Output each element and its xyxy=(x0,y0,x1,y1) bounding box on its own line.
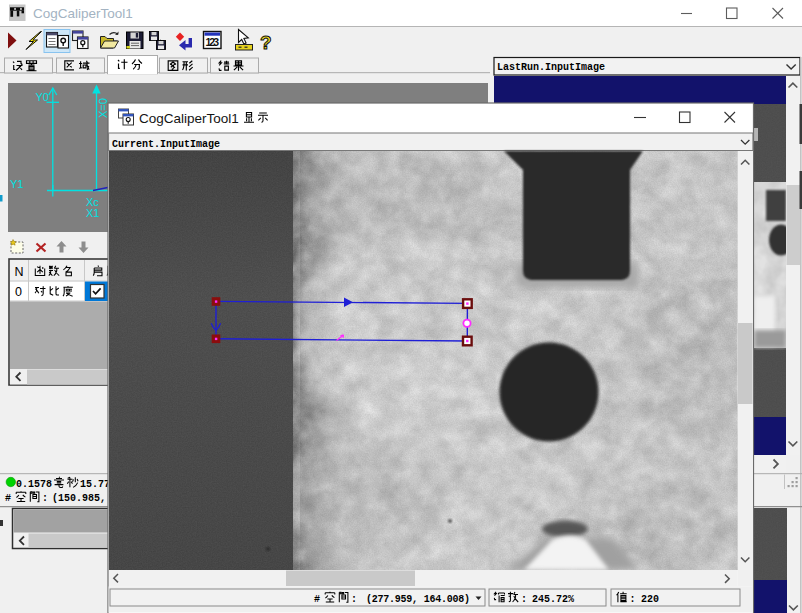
svg-text:LastRun.InputImage: LastRun.InputImage xyxy=(497,62,605,73)
svg-text:(150.985,: (150.985, xyxy=(52,493,106,504)
svg-text:CogCaliperTool1: CogCaliperTool1 xyxy=(33,6,133,21)
svg-text:?: ? xyxy=(260,32,272,53)
svg-text:X=0: X=0 xyxy=(97,98,109,118)
svg-text:X1: X1 xyxy=(86,207,99,219)
svg-text:Y0: Y0 xyxy=(36,91,49,103)
svg-text:CogCaliperTool1: CogCaliperTool1 xyxy=(139,111,239,126)
svg-text:(277.959, 164.008): (277.959, 164.008) xyxy=(366,594,470,605)
svg-text::: : xyxy=(351,594,357,605)
svg-text:Current.InputImage: Current.InputImage xyxy=(112,139,220,150)
svg-text:Y1: Y1 xyxy=(10,178,23,190)
svg-text:#: # xyxy=(314,594,320,605)
svg-text:220: 220 xyxy=(641,594,659,605)
svg-text::: : xyxy=(42,493,48,504)
svg-text:0: 0 xyxy=(15,285,22,299)
svg-text:123: 123 xyxy=(206,36,220,48)
svg-text:0.1578: 0.1578 xyxy=(16,479,52,490)
svg-text:245.72%: 245.72% xyxy=(532,594,574,605)
svg-text:N: N xyxy=(15,265,24,279)
svg-text::: : xyxy=(521,594,527,605)
svg-text:#: # xyxy=(5,493,11,504)
svg-text::: : xyxy=(630,594,636,605)
